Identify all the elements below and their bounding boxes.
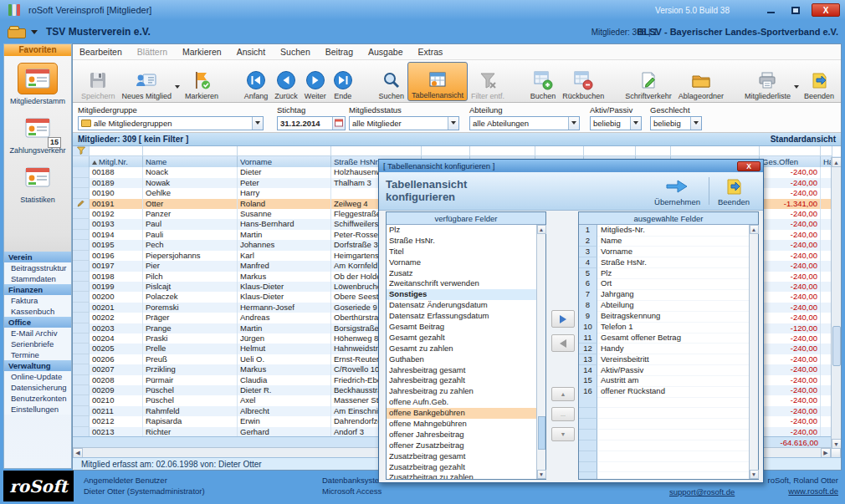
more-options-button[interactable]: ... <box>551 407 575 421</box>
available-field-item[interactable]: Titel <box>387 247 538 257</box>
menu-item[interactable]: Blättern <box>137 47 167 57</box>
selected-field-item[interactable] <box>579 430 750 440</box>
selected-field-item[interactable] <box>579 419 750 430</box>
selected-field-item[interactable] <box>579 397 750 408</box>
geschlecht-select[interactable]: beliebig <box>650 116 702 130</box>
available-field-item[interactable]: offene Aufn.Geb. <box>387 397 538 408</box>
selected-field-item[interactable]: 5 Plz <box>579 268 750 279</box>
available-field-item[interactable]: Jahresbeitrag gesamt <box>387 365 538 376</box>
save-button[interactable]: Speichern <box>78 62 119 101</box>
column-header-name[interactable]: Name <box>143 156 238 167</box>
sidebar-nav-item[interactable]: E-Mail Archiv <box>4 328 71 339</box>
move-down-button[interactable]: ▼ <box>551 427 575 441</box>
stichtag-date-input[interactable]: 31.12.2014 <box>277 116 346 130</box>
row-selector[interactable] <box>73 395 90 405</box>
member-list-dropdown-caret[interactable] <box>794 85 799 89</box>
sidebar-nav-item[interactable]: Online-Update <box>4 371 71 382</box>
scroll-down-arrow[interactable]: ▼ <box>832 439 842 449</box>
available-field-item[interactable]: Datensatz Erfassungsdatum <box>387 311 538 322</box>
row-selector[interactable] <box>73 313 90 323</box>
available-field-item[interactable]: offene Bankgebühren <box>387 408 538 419</box>
close-button[interactable]: X <box>812 3 840 17</box>
available-field-item[interactable]: Plz <box>387 225 538 236</box>
mark-button[interactable]: Markieren <box>182 62 222 101</box>
sidebar-nav-item[interactable]: Datensicherung <box>4 382 71 393</box>
column-header-mitglnr[interactable]: Mitgl.Nr. <box>90 156 143 167</box>
column-filter-icon[interactable] <box>73 146 90 157</box>
scroll-up-arrow[interactable]: ▲ <box>832 157 842 167</box>
selected-field-item[interactable]: 6 Ort <box>579 278 750 289</box>
filing-folder-button[interactable]: Ablageordner <box>675 62 727 101</box>
available-field-item[interactable]: offene Mahngebühren <box>387 419 538 430</box>
dialog-titlebar[interactable]: [ Tabellenansicht konfigurieren ] X <box>379 160 763 172</box>
new-member-button[interactable]: Neues Mitglied <box>119 62 176 101</box>
sidebar-nav-item[interactable]: Verwaltung <box>4 360 71 371</box>
row-selector[interactable] <box>73 416 90 426</box>
sidebar-nav-item[interactable]: Beitragsstruktur <box>4 262 71 273</box>
available-field-item[interactable]: Zweitanschrift verwenden <box>387 278 538 289</box>
vertical-scroll-thumb[interactable] <box>832 326 841 366</box>
book-button[interactable]: Buchen <box>527 62 560 101</box>
row-selector[interactable] <box>73 333 90 344</box>
sidebar-nav-item[interactable]: Termine <box>4 349 71 360</box>
next-record-button[interactable]: Weiter <box>301 62 330 101</box>
row-selector[interactable] <box>73 354 90 364</box>
available-field-item[interactable]: Zusatz <box>387 268 538 279</box>
sidebar-nav-item[interactable]: Verein <box>4 252 71 262</box>
book-back-button[interactable]: Rückbuchen <box>559 62 607 101</box>
row-selector[interactable] <box>73 272 90 282</box>
list-scroll-thumb[interactable] <box>538 416 545 450</box>
selected-field-item[interactable] <box>579 451 750 462</box>
sidebar-nav-item[interactable]: Finanzen <box>4 284 71 295</box>
row-selector[interactable] <box>73 427 90 436</box>
selected-field-item[interactable]: 8 Abteilung <box>579 300 750 311</box>
selected-field-item[interactable]: 7 Jahrgang <box>579 289 750 300</box>
available-field-item[interactable]: Zusatzbeitrag gezahlt <box>387 462 538 473</box>
available-field-item[interactable]: offener Jahresbeitrag <box>387 430 538 440</box>
column-header-gesoffen[interactable]: Ges.Offen <box>760 156 821 167</box>
last-record-button[interactable]: Ende <box>330 62 356 101</box>
sidebar-nav-item[interactable]: Faktura <box>4 295 71 306</box>
menu-item[interactable]: Suchen <box>280 47 310 57</box>
selected-field-item[interactable]: 13 Vereinsbeitritt <box>579 354 750 365</box>
dropdown-arrow[interactable] <box>252 117 263 130</box>
add-field-button[interactable] <box>551 310 575 328</box>
exit-button[interactable]: Beenden <box>801 62 837 101</box>
selected-field-item[interactable]: 11 Gesamt offener Betrag <box>579 333 750 344</box>
row-selector[interactable] <box>73 303 90 313</box>
remove-field-button[interactable] <box>551 334 575 352</box>
available-field-item[interactable]: Gesamt gezahlt <box>387 333 538 344</box>
available-field-item[interactable]: Gesamt zu zahlen <box>387 344 538 354</box>
selected-field-item[interactable] <box>579 408 750 419</box>
row-selector[interactable] <box>73 375 90 385</box>
available-field-item[interactable]: Zusatzbeitrag gesamt <box>387 451 538 462</box>
aktiv-passiv-select[interactable]: beliebig <box>590 116 642 130</box>
row-selector[interactable] <box>73 385 90 395</box>
menu-item[interactable]: Ausgabe <box>368 47 402 57</box>
calendar-picker-icon[interactable] <box>332 117 345 130</box>
row-selector[interactable] <box>73 251 90 261</box>
new-member-dropdown-caret[interactable] <box>175 85 180 89</box>
available-list-scrollbar[interactable]: ▲ ▼ <box>536 225 545 479</box>
selected-field-item[interactable]: 15 Austritt am <box>579 375 750 386</box>
selected-field-item[interactable] <box>579 440 750 451</box>
move-up-button[interactable]: ▲ <box>551 387 575 401</box>
sidebar-favorite-item[interactable]: 15 Zahlungsverkehr <box>4 105 71 155</box>
menu-item[interactable]: Markieren <box>182 47 222 57</box>
selected-field-item[interactable] <box>579 472 750 479</box>
sidebar-nav-item[interactable]: Serienbriefe <box>4 339 71 349</box>
club-dropdown-caret[interactable] <box>31 30 38 34</box>
row-selector[interactable] <box>73 323 90 333</box>
sidebar-nav-item[interactable]: Stammdaten <box>4 273 71 284</box>
dropdown-arrow[interactable] <box>690 117 701 130</box>
row-selector[interactable] <box>73 199 90 209</box>
prev-record-button[interactable]: Zurück <box>271 62 301 101</box>
sidebar-nav-item[interactable]: Einstellungen <box>4 404 71 415</box>
website-link[interactable]: www.rosoft.de <box>768 486 838 496</box>
selected-list-scrollbar[interactable]: ▲ ▼ <box>749 225 758 479</box>
list-scroll-down[interactable]: ▼ <box>750 470 759 479</box>
dropdown-arrow[interactable] <box>448 117 458 130</box>
dialog-close-button[interactable]: X <box>737 161 760 171</box>
list-scroll-up[interactable]: ▲ <box>537 225 546 234</box>
selected-field-item[interactable]: 10 Telefon 1 <box>579 322 750 333</box>
